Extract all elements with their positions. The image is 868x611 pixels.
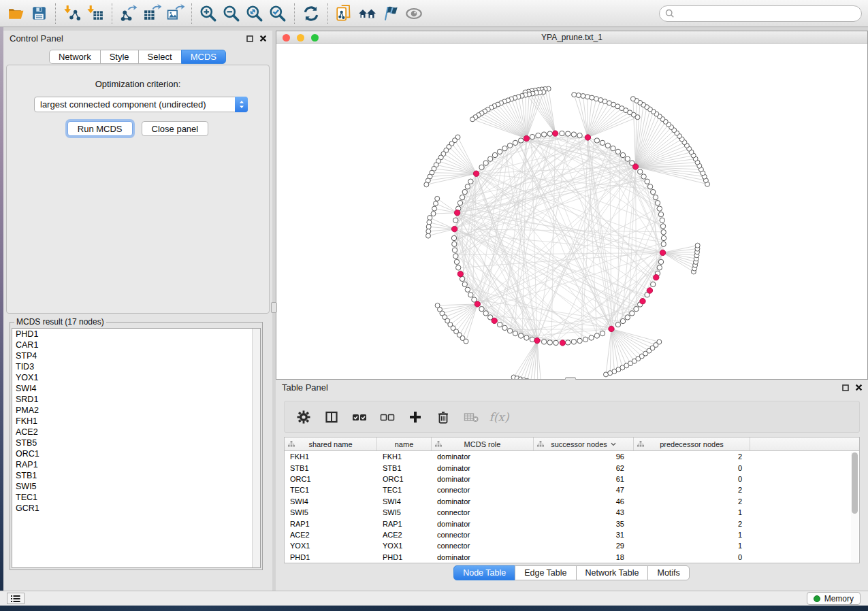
network-window-titlebar[interactable]: YPA_prune.txt_1: [276, 31, 867, 44]
vertical-splitter-handle[interactable]: [271, 302, 277, 313]
network-node[interactable]: [541, 340, 546, 344]
network-node[interactable]: [645, 179, 649, 184]
mcds-result-list[interactable]: PHD1CAR1STP4TID3YOX1SWI4SRD1PMA2FKH1ACE2…: [12, 328, 261, 568]
column-header-shared-name[interactable]: shared name: [285, 437, 377, 450]
network-node[interactable]: [460, 195, 464, 199]
mcds-result-item[interactable]: PHD1: [12, 329, 260, 340]
mcds-result-item[interactable]: SRD1: [12, 394, 260, 405]
hide-graphics-details-button[interactable]: [379, 2, 402, 25]
mcds-node[interactable]: [552, 131, 558, 136]
network-node[interactable]: [657, 265, 662, 270]
mcds-result-item[interactable]: RAP1: [12, 459, 260, 470]
network-node[interactable]: [630, 97, 635, 101]
network-node[interactable]: [661, 230, 666, 235]
export-image-button[interactable]: [163, 2, 187, 25]
export-network-button[interactable]: [117, 2, 140, 25]
network-node[interactable]: [655, 201, 660, 205]
network-node[interactable]: [566, 340, 570, 345]
float-panel-icon[interactable]: [246, 35, 253, 42]
close-panel-icon[interactable]: [259, 35, 267, 42]
zoom-out-button[interactable]: [220, 2, 243, 25]
add-column-button[interactable]: [407, 409, 423, 425]
mcds-node[interactable]: [654, 275, 659, 280]
network-node[interactable]: [502, 325, 507, 330]
function-builder-button[interactable]: f(x): [491, 409, 507, 425]
close-panel-button[interactable]: Close panel: [142, 121, 209, 136]
network-node[interactable]: [428, 216, 432, 220]
network-node[interactable]: [424, 182, 429, 187]
network-node[interactable]: [630, 311, 634, 316]
network-node[interactable]: [452, 242, 457, 246]
network-node[interactable]: [479, 306, 484, 311]
table-row[interactable]: STB1STB1dominator620: [285, 462, 859, 473]
zoom-fit-button[interactable]: [243, 2, 266, 25]
network-node[interactable]: [647, 184, 652, 189]
network-node[interactable]: [507, 143, 512, 148]
network-node[interactable]: [594, 138, 599, 143]
close-window-button[interactable]: [283, 34, 290, 42]
network-node[interactable]: [530, 134, 534, 139]
network-node[interactable]: [434, 201, 438, 206]
network-node[interactable]: [483, 311, 488, 316]
network-node[interactable]: [600, 140, 605, 145]
network-node[interactable]: [577, 338, 582, 343]
network-node[interactable]: [695, 243, 700, 248]
mcds-node[interactable]: [609, 326, 614, 331]
export-table-button[interactable]: [140, 2, 163, 25]
network-node[interactable]: [660, 218, 664, 222]
network-node[interactable]: [432, 206, 437, 211]
delete-column-button[interactable]: [435, 409, 451, 425]
table-settings-button[interactable]: [295, 409, 312, 425]
mcds-result-item[interactable]: STB5: [12, 437, 260, 448]
network-node[interactable]: [524, 335, 529, 340]
first-neighbors-button[interactable]: [356, 2, 379, 25]
network-node[interactable]: [431, 212, 436, 216]
network-node[interactable]: [462, 189, 467, 194]
mcds-result-item[interactable]: STP4: [12, 350, 260, 361]
mcds-result-item[interactable]: CAR1: [12, 340, 260, 350]
network-canvas[interactable]: [276, 44, 867, 379]
mcds-node[interactable]: [492, 318, 497, 323]
network-node[interactable]: [589, 335, 594, 340]
mcds-list-scrollbar[interactable]: [252, 329, 260, 567]
apply-layout-button[interactable]: [300, 2, 323, 25]
table-scrollbar[interactable]: [851, 452, 858, 562]
tab-select[interactable]: Select: [138, 50, 182, 64]
table-row[interactable]: YOX1YOX1connector291: [285, 540, 859, 551]
criterion-dropdown[interactable]: largest connected component (undirected): [34, 97, 248, 112]
table-row[interactable]: RAP1RAP1dominator352: [285, 518, 859, 529]
mcds-node[interactable]: [647, 288, 652, 293]
tab-mcds[interactable]: MCDS: [181, 50, 226, 64]
network-node[interactable]: [620, 152, 625, 157]
network-node[interactable]: [611, 146, 615, 150]
network-node[interactable]: [502, 146, 507, 150]
network-node[interactable]: [590, 95, 594, 100]
network-node[interactable]: [583, 337, 588, 342]
network-node[interactable]: [465, 287, 470, 292]
table-scrollbar-thumb[interactable]: [852, 452, 858, 514]
tab-motifs[interactable]: Motifs: [647, 565, 689, 580]
column-header-predecessor-nodes[interactable]: predecessor nodes: [634, 437, 750, 450]
tab-network-table[interactable]: Network Table: [576, 565, 649, 580]
network-node[interactable]: [641, 174, 646, 179]
network-node[interactable]: [600, 331, 605, 335]
mcds-result-item[interactable]: SWI5: [12, 481, 260, 492]
column-header-MCDS-role[interactable]: MCDS role: [432, 437, 534, 450]
network-node[interactable]: [615, 322, 620, 327]
open-session-button[interactable]: [4, 2, 27, 25]
run-mcds-button[interactable]: Run MCDS: [67, 121, 133, 136]
float-panel-icon[interactable]: [842, 384, 849, 391]
network-node[interactable]: [479, 165, 484, 169]
mcds-result-item[interactable]: PMA2: [12, 405, 260, 416]
network-node[interactable]: [462, 282, 467, 286]
network-node[interactable]: [547, 131, 552, 136]
tab-network[interactable]: Network: [49, 50, 101, 64]
network-node[interactable]: [513, 331, 517, 335]
network-node[interactable]: [464, 339, 468, 344]
network-node[interactable]: [426, 229, 431, 234]
tab-node-table[interactable]: Node Table: [453, 565, 515, 580]
search-input[interactable]: [675, 7, 861, 20]
mcds-node[interactable]: [454, 210, 460, 216]
network-node[interactable]: [661, 242, 666, 246]
network-node[interactable]: [497, 149, 502, 154]
